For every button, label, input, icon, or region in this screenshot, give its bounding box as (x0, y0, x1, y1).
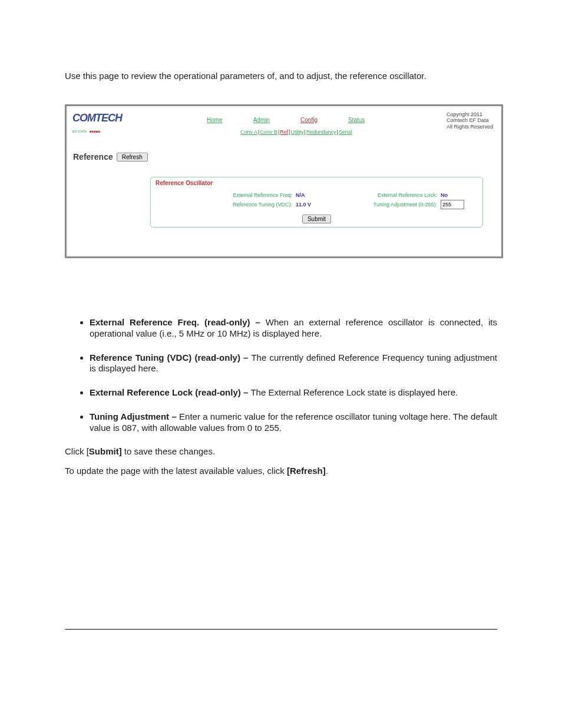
header-bar: COMTECH EF DATA ■■■■■. HomeAdminConfigSt… (68, 107, 500, 144)
copyright-block: Copyright 2011 Comtech EF Data All Right… (447, 111, 493, 130)
bullet-bold: External Reference Freq. (read-only) – (90, 317, 266, 327)
bullet-bold: External Reference Lock (read-only) – (90, 387, 250, 397)
subnav-conv-a[interactable]: Conv A (240, 129, 257, 135)
bullet-text: The External Reference Lock state is dis… (250, 387, 458, 397)
list-item: External Reference Freq. (read-only) – W… (90, 317, 497, 340)
nav-status[interactable]: Status (333, 115, 380, 125)
screenshot-frame: COMTECH EF DATA ■■■■■. HomeAdminConfigSt… (65, 104, 503, 258)
subnav-separator: | (289, 129, 290, 135)
list-item: Reference Tuning (VDC) (read-only) – The… (90, 353, 497, 375)
tuning-adj-label: Tuning Adjustment (0-255): (349, 202, 441, 207)
copyright-line2: Comtech EF Data (447, 117, 489, 123)
reference-oscillator-panel: Reference Oscillator External Reference … (150, 177, 483, 228)
copyright-line3: All Rights Reserved (447, 124, 493, 130)
nav-config[interactable]: Config (285, 115, 333, 125)
nav-admin[interactable]: Admin (238, 115, 285, 125)
subnav-separator: | (278, 129, 279, 135)
list-item: Tuning Adjustment – Enter a numeric valu… (90, 411, 497, 434)
subnav-conv-b[interactable]: Conv B (260, 129, 277, 135)
subnav-redundancy[interactable]: Redundancy (306, 129, 336, 135)
subnav-serial[interactable]: Serial (339, 129, 352, 135)
logo-red-mark: ■■■■■. (90, 130, 101, 133)
primary-nav: HomeAdminConfigStatus (191, 115, 380, 125)
logo-subtext: EF DATA (72, 130, 87, 133)
ext-ref-lock-label: External Reference Lock: (349, 192, 441, 198)
refresh-button[interactable]: Refresh (117, 153, 148, 162)
subnav-separator: | (336, 129, 338, 135)
bullet-bold: Tuning Adjustment – (90, 411, 179, 421)
panel-title: Reference Oscillator (156, 180, 213, 186)
screenshot-inner: COMTECH EF DATA ■■■■■. HomeAdminConfigSt… (67, 107, 501, 256)
intro-text: Use this page to review the operational … (65, 71, 497, 81)
page-title: Reference (73, 152, 113, 162)
subnav-ref[interactable]: Ref (280, 129, 288, 135)
brand-logo: COMTECH EF DATA ■■■■■. (72, 112, 149, 129)
ext-ref-lock-value: No (441, 192, 464, 198)
description-list: External Reference Freq. (read-only) – W… (65, 317, 497, 433)
logo-text: COMTECH (72, 112, 122, 124)
tuning-adj-input[interactable] (441, 200, 464, 209)
submit-paragraph: Click [Submit] to save these changes. (65, 446, 497, 456)
footer-rule (65, 629, 497, 630)
ext-ref-freq-label: External Reference Freq: (216, 192, 296, 198)
ref-tuning-value: 11.0 V (296, 202, 325, 207)
nav-home[interactable]: Home (191, 115, 238, 125)
subnav-separator: | (305, 129, 306, 135)
refresh-paragraph: To update the page with the latest avail… (65, 466, 497, 476)
copyright-line1: Copyright 2011 (447, 111, 482, 117)
secondary-nav: Conv A|Conv B|Ref|Utility|Redundancy|Ser… (240, 129, 353, 135)
page-header-row: Reference Refresh (73, 152, 148, 162)
ext-ref-freq-value: N/A (296, 192, 325, 198)
list-item: External Reference Lock (read-only) – Th… (90, 387, 497, 398)
subnav-utility[interactable]: Utility (291, 129, 304, 135)
ref-tuning-label: Reference Tuning (VDC): (216, 202, 296, 207)
submit-button[interactable]: Submit (302, 215, 331, 223)
bullet-bold: Reference Tuning (VDC) (read-only) – (90, 353, 251, 363)
